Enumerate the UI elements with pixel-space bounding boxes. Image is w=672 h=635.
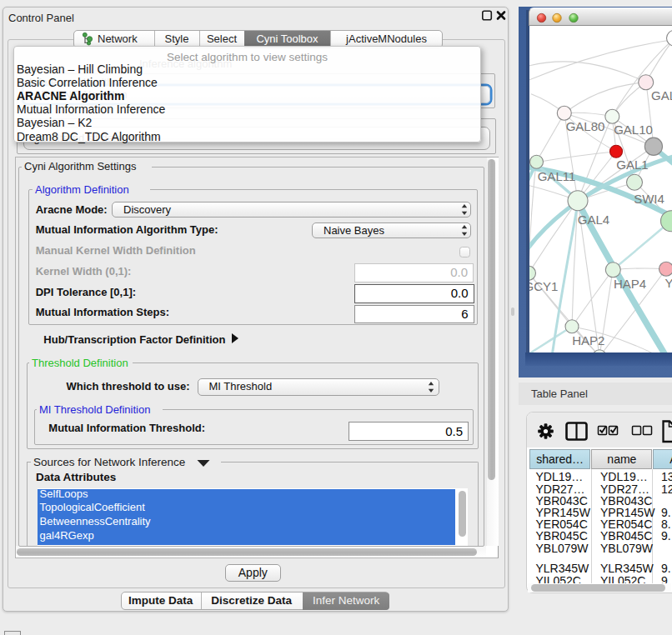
svg-text:GAL4: GAL4 bbox=[578, 212, 609, 226]
svg-text:GAL10: GAL10 bbox=[614, 122, 653, 137]
svg-text:HAP4: HAP4 bbox=[614, 277, 646, 291]
svg-text:GAL1: GAL1 bbox=[616, 157, 648, 171]
svg-text:GAL7: GAL7 bbox=[651, 88, 672, 102]
svg-text:SWI4: SWI4 bbox=[634, 192, 664, 206]
svg-text:HAP2: HAP2 bbox=[572, 333, 604, 348]
svg-text:GAL80: GAL80 bbox=[566, 119, 605, 133]
svg-text:YEL: YEL bbox=[665, 275, 672, 289]
svg-text:GCY1: GCY1 bbox=[529, 279, 558, 293]
svg-text:GAL11: GAL11 bbox=[538, 169, 576, 183]
